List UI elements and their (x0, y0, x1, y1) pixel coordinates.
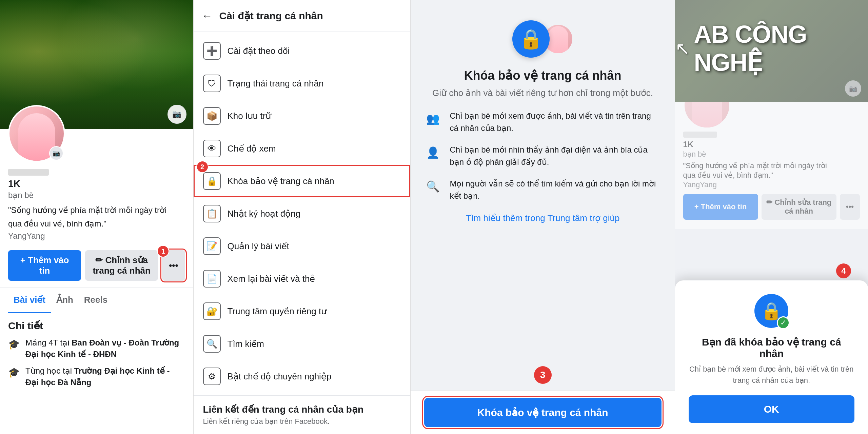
p4-name-blur (683, 132, 717, 138)
panel-profile-lock-info: 🔒 Khóa bảo vệ trang cá nhân Giữ cho ảnh … (411, 0, 675, 434)
menu-item-create-profile[interactable]: ➕ Tạo trang cá nhân khác (194, 393, 410, 395)
more-options-button[interactable]: ••• 1 (162, 250, 185, 281)
panel3-subtitle: Giữ cho ảnh và bài viết riêng tư hơn chỉ… (432, 87, 653, 99)
learn-more-link[interactable]: Tìm hiểu thêm trong Trung tâm trợ giúp (466, 213, 620, 223)
profile-lock-icon: 🔒 (203, 172, 221, 190)
panel-settings: ← Cài đặt trang cá nhân ➕ Cài đặt theo d… (194, 0, 411, 434)
p4-edit-button[interactable]: ✏ Chỉnh sửa trang cá nhân (762, 194, 836, 220)
search-label: Tìm kiếm (228, 339, 401, 349)
bio-line2: qua đều vui vẻ, bình đạm." (8, 218, 185, 230)
detail-icon-1: 🎓 (8, 338, 20, 351)
p4-username: YangYang (683, 180, 860, 189)
avatar-icon: 👤 (424, 144, 442, 161)
p4-friend-label: bạn bè (683, 150, 860, 159)
success-subtitle: Chỉ bạn bè mới xem được ảnh, bài viết và… (689, 363, 855, 386)
archive-icon: 📦 (203, 107, 221, 125)
menu-item-profile-lock[interactable]: 2 🔒 Khóa bảo vệ trang cá nhân (194, 165, 410, 197)
menu-item-pro-mode[interactable]: ⚙ Bật chế độ chuyên nghiệp (194, 360, 410, 393)
privacy-label: Trung tâm quyền riêng tư (228, 306, 401, 317)
panel3-title: Khóa bảo vệ trang cá nhân (464, 68, 621, 83)
panel3-content: 🔒 Khóa bảo vệ trang cá nhân Giữ cho ảnh … (411, 0, 675, 380)
avatar-container: 📷 (8, 105, 65, 162)
archive-label: Kho lưu trữ (228, 111, 401, 121)
tab-posts[interactable]: Bài viết (8, 288, 51, 313)
success-shield-icon: 🔒 ✓ (754, 294, 788, 328)
step-badge-2: 2 (196, 161, 209, 173)
tab-reels[interactable]: Reels (79, 288, 113, 313)
view-mode-label: Chế độ xem (228, 143, 401, 154)
menu-item-view-mode[interactable]: 👁 Chế độ xem (194, 132, 410, 165)
lock-icons-row: 🔒 (512, 20, 573, 58)
back-button[interactable]: ← (202, 9, 213, 22)
menu-item-search[interactable]: 🔍 Tìm kiếm (194, 328, 410, 360)
follow-settings-icon: ➕ (203, 42, 221, 60)
tabs-row: Bài viết Ảnh Reels (0, 288, 193, 313)
profile-status-label: Trạng thái trang cá nhân (228, 78, 401, 89)
profile-name-area: 1K bạn bè "Sống hướng về phía mặt trời m… (8, 166, 185, 250)
menu-item-profile-status[interactable]: 🛡 Trạng thái trang cá nhân (194, 67, 410, 100)
menu-item-archive[interactable]: 📦 Kho lưu trữ (194, 100, 410, 132)
detail-item-1: 🎓 Mảng 4T tại Ban Đoàn vụ - Đoàn Trường … (8, 337, 185, 360)
settings-header: ← Cài đặt trang cá nhân (194, 0, 410, 32)
feature-text-3: Mọi người vẫn sẽ có thể tìm kiếm và gửi … (450, 178, 662, 202)
friend-label: bạn bè (8, 191, 185, 200)
profile-status-icon: 🛡 (203, 75, 221, 92)
success-icon-row: 🔒 ✓ (689, 294, 855, 328)
footer-title: Liên kết đến trang cá nhân của bạn (203, 404, 401, 415)
profile-name-blur (8, 169, 49, 176)
settings-title: Cài đặt trang cá nhân (219, 10, 323, 22)
feature-list: 👥 Chỉ bạn bè mới xem được ảnh, bài viết … (424, 110, 662, 202)
profile-lock-label: Khóa bảo vệ trang cá nhân (228, 176, 401, 186)
p4-friend-count: 1K (683, 140, 860, 149)
search-feature-icon: 🔍 (424, 178, 442, 195)
p4-add-feed-button[interactable]: + Thêm vào tin (683, 194, 758, 220)
menu-item-review-posts[interactable]: 📄 Xem lại bài viết và thẻ (194, 262, 410, 295)
profile-username: YangYang (8, 231, 185, 241)
ok-button[interactable]: OK (689, 395, 855, 423)
edit-profile-button[interactable]: ✏ Chỉnh sửa trang cá nhân (85, 250, 158, 281)
bio-line1: "Sống hướng về phía mặt trời mỗi ngày tr… (8, 204, 185, 216)
detail-icon-2: 🎓 (8, 366, 20, 379)
menu-item-privacy[interactable]: 🔐 Trung tâm quyền riêng tư (194, 295, 410, 328)
follow-settings-label: Cài đặt theo dõi (228, 46, 401, 56)
cover-camera-button[interactable]: 📷 (167, 105, 186, 124)
profile-section: 📷 1K bạn bè "Sống hướng về phía mặt trời… (0, 129, 193, 388)
detail-text-2: Từng học tại Trường Đại học Kinh tế - Đạ… (25, 365, 185, 388)
avatar-camera-button[interactable]: 📷 (49, 146, 63, 160)
menu-item-follow-settings[interactable]: ➕ Cài đặt theo dõi (194, 35, 410, 67)
success-dialog: 4 🔒 ✓ Bạn đã khóa bảo vệ trang cá nhân C… (675, 280, 868, 434)
cursor-icon: ↖ (675, 38, 690, 59)
p4-bio-line2: qua đều vui vẻ, bình đạm." (683, 171, 860, 180)
pro-mode-label: Bật chế độ chuyên nghiệp (228, 371, 401, 382)
action-buttons: + Thêm vào tin ✏ Chỉnh sửa trang cá nhân… (8, 250, 185, 281)
feature-item-3: 🔍 Mọi người vẫn sẽ có thể tìm kiếm và gử… (424, 178, 662, 202)
search-icon: 🔍 (203, 335, 221, 353)
step-badge-4: 4 (836, 263, 851, 278)
p4-more-button[interactable]: ••• (840, 194, 860, 220)
review-posts-icon: 📄 (203, 270, 221, 288)
tab-photos[interactable]: Ảnh (51, 288, 79, 313)
success-check-icon: ✓ (777, 316, 790, 329)
manage-posts-label: Quản lý bài viết (228, 241, 401, 252)
panel-profile: 📷 📷 1K bạn bè "Sống hướng về phía mặt tr… (0, 0, 194, 434)
feature-item-2: 👤 Chỉ bạn bè mới nhìn thấy ảnh đại diện … (424, 144, 662, 168)
view-mode-icon: 👁 (203, 140, 221, 157)
details-section-title: Chi tiết (8, 320, 185, 332)
detail-text-1: Mảng 4T tại Ban Đoàn vụ - Đoàn Trường Đạ… (25, 337, 185, 360)
menu-item-activity-log[interactable]: 📋 Nhật ký hoạt động (194, 197, 410, 230)
panel-success: 📷 1K bạn bè "Sống hướng về phía mặt trời… (675, 0, 868, 434)
friend-count: 1K (8, 178, 185, 189)
p4-camera-button[interactable]: 📷 (845, 80, 861, 97)
step-badge-3: 3 (534, 366, 552, 384)
menu-item-manage-posts[interactable]: 📝 Quản lý bài viết (194, 230, 410, 262)
lock-shield-icon: 🔒 (512, 20, 550, 58)
step-badge-1: 1 (157, 245, 169, 257)
add-feed-button[interactable]: + Thêm vào tin (8, 250, 81, 281)
review-posts-label: Xem lại bài viết và thẻ (228, 274, 401, 284)
pro-mode-icon: ⚙ (203, 368, 221, 385)
p4-action-buttons: + Thêm vào tin ✏ Chỉnh sửa trang cá nhân… (683, 194, 860, 220)
privacy-icon: 🔐 (203, 302, 221, 320)
feature-text-1: Chỉ bạn bè mới xem được ảnh, bài viết và… (450, 110, 662, 134)
lock-profile-button[interactable]: Khóa bảo vệ trang cá nhân (424, 398, 662, 427)
manage-posts-icon: 📝 (203, 237, 221, 255)
